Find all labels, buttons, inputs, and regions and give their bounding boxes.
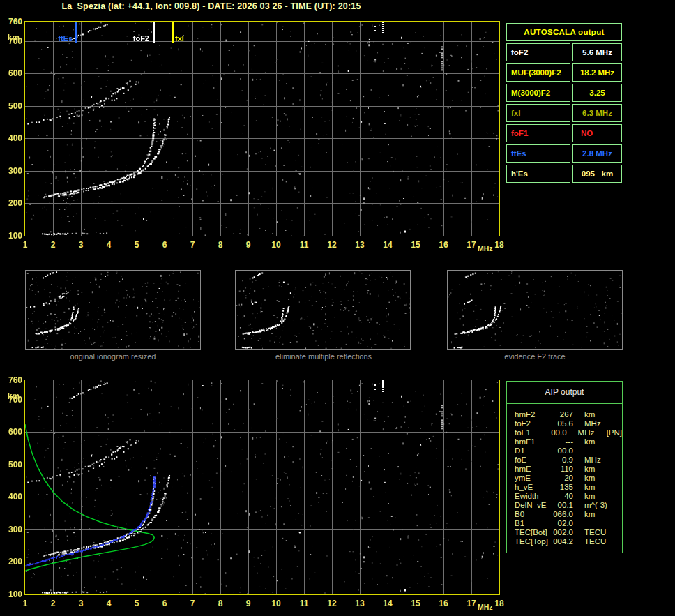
autoscala-row: h'Es095 km [506, 165, 622, 183]
x-tick-label: 2 [43, 599, 63, 608]
thumbnail-canvas-f2 [448, 271, 622, 349]
aip-row-value: 02.0 [552, 519, 573, 528]
aip-row-unit: km [573, 437, 615, 446]
autoscala-row: foF25.6 MHz [506, 43, 622, 61]
autoscala-table-title: AUTOSCALA output [506, 23, 622, 41]
thumbnail-canvas-reflections [236, 271, 410, 349]
aip-row-label: h_vE [515, 483, 552, 492]
aip-row: B0066.0km [515, 510, 622, 519]
aip-row-label: DelN_vE [515, 501, 552, 510]
aip-row-value: --- [552, 437, 573, 446]
marker-label-fof2: foF2 [119, 34, 149, 43]
autoscala-row-label: h'Es [506, 165, 570, 183]
x-tick-label: 12 [322, 240, 342, 250]
autoscala-output-table: AUTOSCALA output foF25.6 MHzMUF(3000)F21… [506, 21, 622, 183]
autoscala-row: ftEs2.8 MHz [506, 144, 622, 163]
ionogram-plot-bottom [24, 380, 500, 595]
x-tick-label: 16 [434, 240, 453, 250]
aip-row: D100.0 [515, 446, 622, 456]
x-tick-label: 4 [99, 599, 119, 608]
aip-row-unit: km [573, 410, 615, 419]
autoscala-row-value: 6.3 MHz [572, 104, 622, 122]
aip-row-unit: km [573, 510, 615, 519]
aip-row-extra: [PN] [605, 428, 622, 437]
autoscala-row-value: 2.8 MHz [572, 144, 622, 163]
x-tick-label: 16 [434, 599, 453, 608]
aip-row: hmF1---km [515, 437, 622, 446]
autoscala-header-row: AUTOSCALA output [506, 23, 622, 41]
aip-row-unit: TECU [573, 537, 615, 546]
y-axis-unit-label: km [0, 391, 20, 401]
x-tick-label: 1 [15, 599, 35, 608]
aip-table-body: hmF2267kmfoF205.6MHzfoF100.0MHz[PN]hmF1-… [507, 404, 622, 546]
aip-row-value: 0.9 [552, 456, 573, 465]
autoscala-row: M(3000)F23.25 [506, 84, 622, 102]
aip-row-value: 002.0 [552, 528, 573, 537]
y-tick-label: 400 [0, 133, 22, 143]
y-tick-label: 500 [0, 101, 22, 111]
autoscala-row-label: M(3000)F2 [506, 84, 570, 102]
x-tick-label: 5 [127, 240, 146, 250]
aip-row-unit: km [573, 492, 615, 501]
x-tick-label: 8 [211, 240, 230, 250]
x-tick-label: 14 [378, 599, 397, 608]
aip-row-label: foF2 [515, 419, 552, 428]
page-title: La_Spezia (lat: +44.1, lon: 009.8) - DAT… [0, 1, 423, 11]
aip-row-unit: TECU [573, 528, 615, 537]
aip-row-value: 135 [552, 483, 573, 492]
autoscala-row-label: ftEs [506, 144, 570, 163]
y-tick-label: 200 [0, 557, 22, 566]
thumbnail-canvas-original [26, 271, 200, 349]
x-tick-label: 14 [378, 240, 397, 250]
aip-row-label: TEC[Bot] [515, 528, 552, 537]
aip-row-label: B0 [515, 510, 552, 519]
aip-row-value: 20 [552, 474, 573, 483]
y-tick-label: 500 [0, 460, 22, 469]
y-tick-label: 760 [0, 375, 22, 385]
aip-row-unit: km [573, 465, 615, 474]
aip-row-unit: MHz [573, 419, 615, 428]
aip-row-value: 05.6 [552, 419, 573, 428]
x-tick-label: 5 [127, 599, 146, 608]
aip-row: ymE20km [515, 474, 622, 483]
autoscala-row-label: foF2 [506, 43, 570, 61]
y-tick-label: 300 [0, 166, 22, 176]
ionogram-plot-top [24, 21, 500, 236]
x-tick-label: 9 [238, 599, 258, 608]
x-tick-label: 1 [15, 240, 35, 250]
y-tick-label: 100 [0, 231, 22, 241]
x-tick-label: 2 [43, 240, 63, 250]
aip-row-value: 00.1 [552, 501, 573, 510]
x-tick-label: 12 [322, 599, 342, 608]
aip-row-value: 00.0 [552, 446, 573, 456]
autoscala-row: MUF(3000)F218.2 MHz [506, 63, 622, 82]
aip-row: TEC[Bot]002.0TECU [515, 528, 622, 537]
y-tick-label: 100 [0, 589, 22, 599]
x-tick-label: 6 [155, 240, 174, 250]
autoscala-row-value: 5.6 MHz [572, 43, 622, 61]
ionogram-canvas-bottom [25, 380, 499, 594]
x-tick-label: 11 [294, 240, 314, 250]
aip-row-label: hmF2 [515, 410, 552, 419]
aip-row: foF205.6MHz [515, 419, 622, 428]
x-tick-label: 3 [71, 240, 91, 250]
aip-row-unit: MHz [573, 456, 615, 465]
y-tick-label: 300 [0, 525, 22, 534]
aip-row-unit: km [573, 474, 615, 483]
aip-row-value: 40 [552, 492, 573, 501]
y-tick-label: 600 [0, 68, 22, 78]
aip-row-value: 267 [552, 410, 573, 419]
autoscala-row-value: 18.2 MHz [572, 63, 622, 82]
aip-row-label: ymE [515, 474, 552, 483]
x-tick-label: 6 [155, 599, 174, 608]
aip-row-value: 066.0 [552, 510, 573, 519]
thumbnail-caption-reflections: eliminate multiple reflections [235, 352, 412, 362]
x-tick-label: 10 [266, 599, 286, 608]
autoscala-row: foF1NO [506, 124, 622, 142]
y-axis-unit-label: km [0, 33, 20, 43]
marker-label-fxi: fxI [175, 34, 203, 43]
autoscala-row-label: fxI [506, 104, 570, 122]
thumbnail-eliminate-reflections [235, 270, 411, 350]
x-tick-label: 7 [183, 599, 202, 608]
thumbnail-caption-original: original ionogram resized [25, 352, 201, 362]
